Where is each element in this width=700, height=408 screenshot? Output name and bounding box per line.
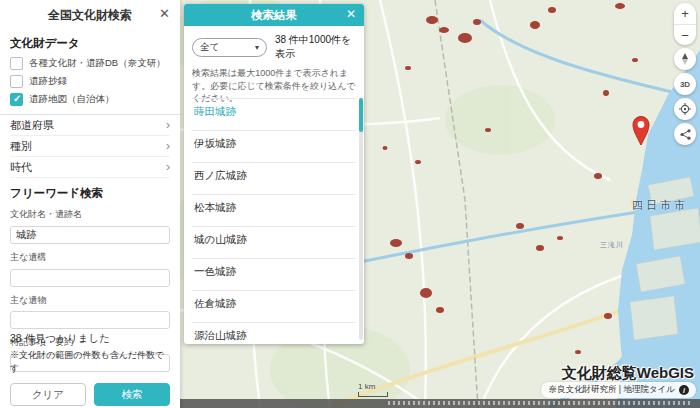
zoom-out-button[interactable]: − <box>674 24 696 45</box>
results-scrollbar-thumb[interactable] <box>359 98 363 132</box>
checkbox-row-shoroku[interactable]: 遺跡抄録 <box>10 75 170 88</box>
attribution-bar <box>180 399 700 408</box>
attribution-text: 奈良文化財研究所 | 地理院タイル <box>548 384 675 396</box>
results-count: 38 件中1000件を表示 <box>275 33 356 61</box>
scale-label: 1 km <box>358 382 375 391</box>
results-scrollbar-track[interactable] <box>359 98 363 340</box>
accordion-era[interactable]: 時代 › <box>10 157 170 178</box>
results-list: 蒔田城跡 伊坂城跡 西ノ広城跡 松本城跡 城の山城跡 一色城跡 佐倉城跡 源治山… <box>192 98 356 344</box>
results-close-icon[interactable]: ✕ <box>346 8 356 20</box>
checkbox-checked[interactable] <box>10 93 23 106</box>
list-item[interactable]: 西ノ広城跡 <box>192 163 356 195</box>
checkbox-row-isekichizu[interactable]: 遺跡地図（自治体） <box>10 93 170 106</box>
name-field[interactable] <box>10 226 170 244</box>
list-item[interactable]: 蒔田城跡 <box>192 99 356 131</box>
freeword-section-title: フリーワード検索 <box>10 186 170 201</box>
checkbox-label: 遺跡地図（自治体） <box>29 93 115 106</box>
field-label-name: 文化財名・遺跡名 <box>10 208 170 221</box>
chevron-right-icon: › <box>166 118 170 132</box>
found-note: ※文化財の範囲の件数も含んだ件数です <box>10 349 170 375</box>
map-marker[interactable] <box>630 115 652 147</box>
chevron-down-icon: ▾ <box>255 43 259 52</box>
geolocate-button[interactable] <box>674 98 696 120</box>
field-label-relics: 主な遺物 <box>10 294 170 307</box>
checkbox-unchecked[interactable] <box>10 75 23 88</box>
app-title: 文化財総覧WebGIS <box>562 364 694 383</box>
3d-button[interactable]: 3D <box>674 73 696 95</box>
search-sidebar: 全国文化財検索 ✕ 文化財データ 各種文化財・遺跡DB（奈文研） 遺跡抄録 遺跡… <box>0 0 180 408</box>
share-icon <box>680 129 691 140</box>
map-controls: + − 3D <box>674 3 696 145</box>
search-button[interactable]: 検索 <box>94 383 170 406</box>
list-item[interactable]: 一色城跡 <box>192 259 356 291</box>
compass-needle-icon <box>680 53 690 65</box>
checkbox-label: 遺跡抄録 <box>29 75 67 88</box>
filter-selected-value: 全て <box>200 41 219 54</box>
accordion-label: 種別 <box>10 139 32 154</box>
geolocate-icon <box>679 103 691 115</box>
zoom-in-button[interactable]: + <box>674 3 696 24</box>
list-item[interactable]: 伊坂城跡 <box>192 131 356 163</box>
attribution-bar-text-sliver <box>388 401 690 405</box>
accordion-prefecture[interactable]: 都道府県 › <box>10 115 170 136</box>
list-item[interactable]: 源治山城跡 <box>192 323 356 344</box>
scale-bar <box>358 392 388 397</box>
checkbox-row-db[interactable]: 各種文化財・遺跡DB（奈文研） <box>10 57 170 70</box>
map-label-river: 三滝川 <box>600 240 624 250</box>
relics-field[interactable] <box>10 311 170 329</box>
list-item[interactable]: 松本城跡 <box>192 195 356 227</box>
chevron-right-icon: › <box>166 139 170 153</box>
attribution-pill: 奈良文化財研究所 | 地理院タイル i <box>541 382 696 398</box>
chevron-right-icon: › <box>166 160 170 174</box>
list-item[interactable]: 城の山城跡 <box>192 227 356 259</box>
app-window: 四日市市 三滝川 + − 3D <box>0 0 700 408</box>
info-icon[interactable]: i <box>679 385 689 395</box>
map-label-city: 四日市市 <box>632 198 688 213</box>
sidebar-close-icon[interactable]: ✕ <box>159 7 170 20</box>
results-title: 検索結果 <box>251 8 297 23</box>
results-filter-select[interactable]: 全て ▾ <box>192 38 267 57</box>
accordion-type[interactable]: 種別 › <box>10 136 170 157</box>
checkbox-unchecked[interactable] <box>10 57 23 70</box>
compass-button[interactable] <box>674 48 696 70</box>
data-section-title: 文化財データ <box>10 36 170 51</box>
accordion-label: 時代 <box>10 160 32 175</box>
share-button[interactable] <box>674 123 696 145</box>
results-panel: 検索結果 ✕ 全て ▾ 38 件中1000件を表示 検索結果は最大1000件まで… <box>184 4 364 344</box>
map-scale: 1 km <box>358 382 388 397</box>
checkbox-label: 各種文化財・遺跡DB（奈文研） <box>29 57 166 70</box>
field-label-features: 主な遺構 <box>10 251 170 264</box>
features-field[interactable] <box>10 269 170 287</box>
clear-button[interactable]: クリア <box>10 383 86 406</box>
accordion-label: 都道府県 <box>10 118 54 133</box>
list-item[interactable]: 佐倉城跡 <box>192 291 356 323</box>
sidebar-title: 全国文化財検索 <box>48 7 132 24</box>
found-count: 38 件見つかりました <box>10 332 170 346</box>
